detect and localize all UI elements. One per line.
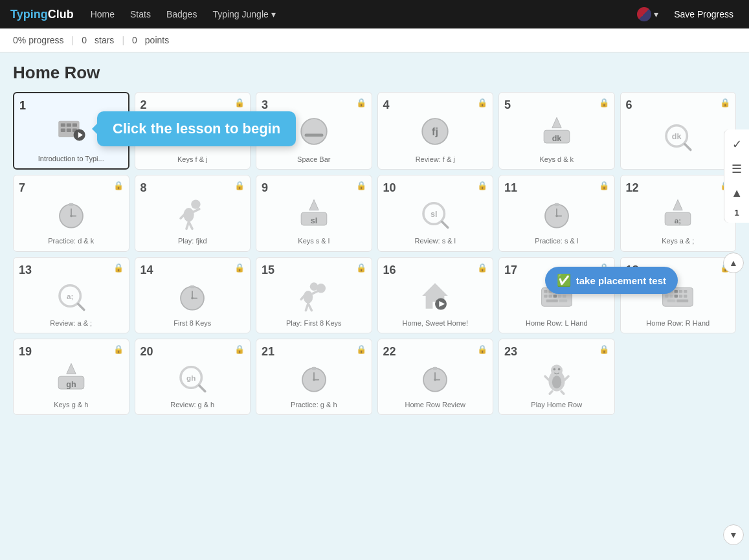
flag-icon [637,7,651,21]
lesson-card-9[interactable]: 9 🔒 sl Keys s & l [256,175,372,251]
svg-marker-33 [309,200,319,210]
progress-percent: 0% [13,35,26,45]
save-progress-button[interactable]: Save Progress [669,6,739,22]
lesson-card-6[interactable]: 6 🔒 dk [620,92,737,170]
language-selector[interactable]: ▾ [637,7,658,21]
card-number-4: 4 [383,99,390,111]
card-label-1: Introduction to Typi... [38,154,104,163]
stars-label: stars [95,35,114,45]
card-number-23: 23 [504,346,517,357]
lesson-card-5[interactable]: 5 🔒 dk Keys d & k [498,92,615,170]
svg-rect-85 [675,295,678,298]
lesson-card-10[interactable]: 10 🔒 sl Review: s & l [377,175,494,251]
lesson-card-23[interactable]: 23 🔒 Play Home Row [498,339,615,415]
svg-rect-73 [558,295,561,298]
scroll-down-arrow[interactable]: ▼ [723,524,744,545]
card-icon-area-22 [383,360,488,395]
checkmark-sidebar-icon[interactable]: ✓ [730,135,744,154]
navbar: TypingClub Home Stats Badges Typing Jung… [0,0,749,28]
svg-rect-81 [679,290,682,293]
nav-stats[interactable]: Stats [124,6,157,22]
lesson-card-15[interactable]: 15 🔒 Play: First 8 Keys [256,257,372,333]
card-number-12: 12 [626,182,639,194]
lesson-card-7[interactable]: 7 🔒 Practice: d & k [13,175,129,251]
lock-icon-13: 🔒 [113,263,124,273]
svg-rect-87 [684,295,687,298]
lesson-card-8[interactable]: 8 🔒 Play: fjkd [135,175,251,251]
review-a-icon: a; [54,278,89,313]
svg-rect-4 [61,129,65,132]
svg-line-111 [545,376,548,379]
right-sidebar: ✓ ☰ ▲ 1 [724,129,749,223]
card-icon-area-14 [140,278,245,313]
lock-icon-15: 🔒 [356,263,366,273]
nav-typing-jungle[interactable]: Typing Jungle [206,6,282,22]
card-icon-area-20: gh [140,360,245,395]
card-label-13: Review: a & ; [50,319,92,328]
lesson-card-19[interactable]: 19 🔒 gh Keys g & h [13,339,129,415]
card-number-15: 15 [262,264,274,276]
lesson-card-21[interactable]: 21 🔒 Practice: g & h [256,339,372,415]
svg-rect-65 [544,290,547,293]
lesson-card-14[interactable]: 14 🔒 First 8 Keys [135,257,251,333]
card-label-22: Home Row Review [405,400,465,409]
lock-icon-14: 🔒 [234,263,245,273]
lock-icon-9: 🔒 [356,181,366,190]
card-icon-area-19: gh [19,360,124,395]
lesson-card-22[interactable]: 22 🔒 Home Row Review [377,339,494,415]
lesson-card-13[interactable]: 13 🔒 a; Review: a & ; [13,257,129,333]
svg-rect-74 [563,295,566,298]
placement-test-button[interactable]: ✅ take placement test [545,267,678,294]
lesson-card-4[interactable]: 4 🔒 fj Review: f & j [377,92,494,170]
card-number-5: 5 [504,99,511,111]
card-label-18: Home Row: R Hand [646,319,710,328]
nav-badges[interactable]: Badges [160,6,203,22]
card-number-21: 21 [262,346,274,357]
svg-line-95 [199,385,205,391]
card-label-14: First 8 Keys [173,319,211,328]
lock-icon-19: 🔒 [113,344,124,354]
typing-icon [54,114,89,149]
menu-sidebar-icon[interactable]: ☰ [729,159,744,179]
svg-rect-72 [553,295,556,298]
checkmark-icon: ✅ [557,273,571,287]
svg-rect-1 [61,123,65,126]
review-dk-icon: dk [660,118,695,153]
lesson-position-number: 1 [734,208,739,218]
scroll-up-arrow[interactable]: ▲ [723,252,744,273]
svg-point-42 [555,215,558,218]
play-home-icon [539,360,574,395]
card-number-7: 7 [19,182,25,194]
svg-point-109 [553,368,555,370]
svg-rect-39 [554,203,559,207]
lesson-card-11[interactable]: 11 🔒 Practice: s & l [498,175,615,251]
card-number-6: 6 [626,99,632,111]
lesson-card-16[interactable]: 16 🔒 Home, Sweet Home! [377,257,494,333]
lesson-card-12[interactable]: 12 🔒 a; Keys a & ; [620,175,737,251]
card-label-12: Keys a & ; [662,236,694,245]
svg-point-60 [316,284,325,293]
nav-home[interactable]: Home [84,6,121,22]
points-label: points [145,35,169,45]
card-number-19: 19 [19,346,32,357]
card-label-2: Keys f & j [177,155,207,164]
svg-line-57 [308,303,311,310]
lock-icon-11: 🔒 [599,181,609,190]
lesson-card-20[interactable]: 20 🔒 gh Review: g & h [135,339,251,415]
svg-line-114 [561,391,564,394]
card-label-5: Keys d & k [539,155,574,164]
stopwatch-icon-7 [54,196,89,231]
svg-rect-84 [670,295,673,298]
play-fjkd-icon [175,196,210,231]
keys-a-icon: a; [660,196,695,231]
card-icon-area-10: sl [383,196,488,231]
card-number-20: 20 [140,346,153,357]
svg-text:a;: a; [675,217,681,225]
svg-rect-88 [667,299,676,302]
stopwatch-icon-21 [296,360,331,395]
lock-icon-7: 🔒 [113,181,124,190]
stopwatch-icon-22 [418,360,453,395]
card-label-17: Home Row: L Hand [526,319,588,328]
keys-gh-icon: gh [54,360,89,395]
arrow-up-sidebar-icon[interactable]: ▲ [728,184,745,203]
